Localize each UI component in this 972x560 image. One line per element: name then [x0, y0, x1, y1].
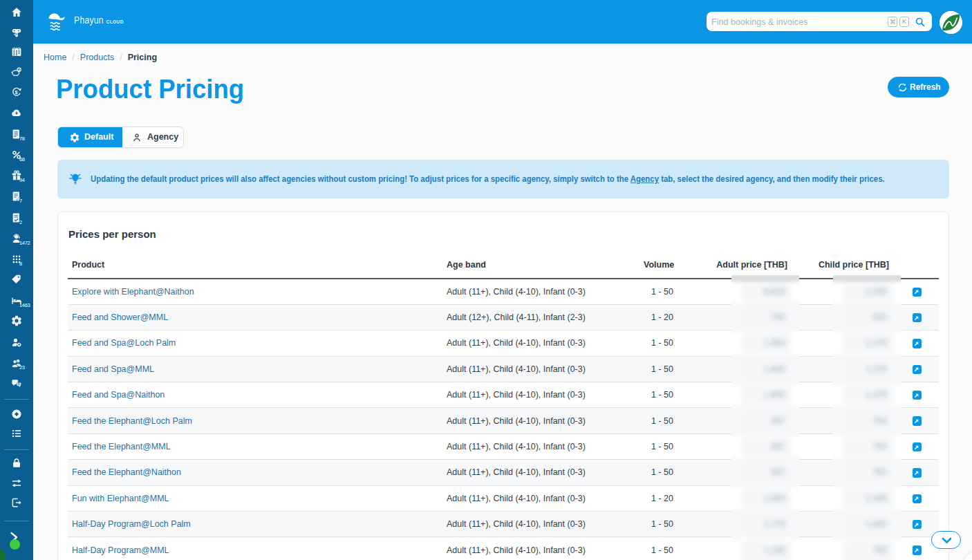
svg-text:$: $ — [15, 90, 17, 95]
svg-text:A: A — [18, 382, 21, 386]
